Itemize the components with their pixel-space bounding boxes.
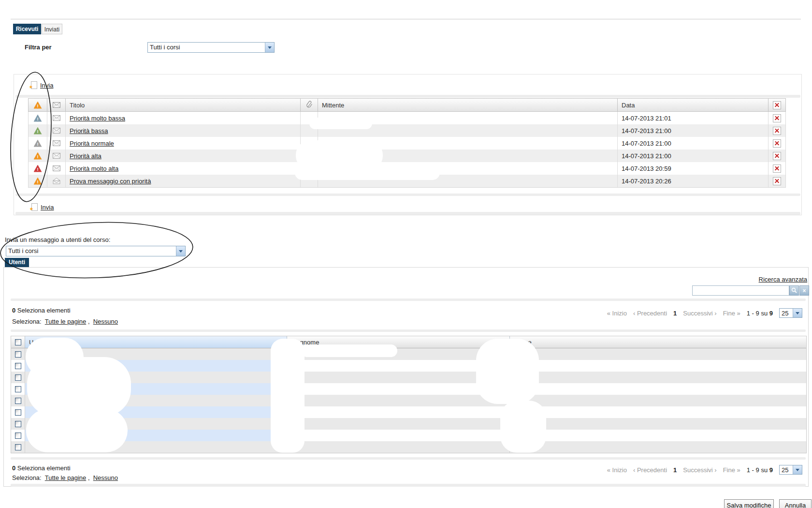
delete-message-button[interactable] (773, 164, 781, 173)
save-button[interactable]: Salva modifiche (724, 499, 774, 508)
column-header-priority: ! (29, 99, 47, 111)
separator (15, 212, 800, 215)
priority-icon: ! (34, 102, 42, 109)
priority-normal-icon: ! (34, 140, 42, 147)
select-all-pages-link[interactable]: Tutte le pagine (45, 474, 87, 481)
priority-very-high-icon: ! (34, 165, 42, 172)
compose-course-select[interactable]: Tutti i corsi (6, 246, 186, 256)
selection-links: Seleziona: Tutte le pagine , Nessuno (12, 474, 118, 481)
delete-message-button[interactable] (773, 152, 781, 160)
chevron-down-icon[interactable] (793, 309, 802, 317)
pagination-next[interactable]: Successivi › (683, 466, 716, 474)
top-divider (11, 19, 801, 19)
priority-low-icon: ! (34, 127, 42, 134)
row-checkbox[interactable] (15, 351, 21, 358)
row-checkbox[interactable] (15, 433, 21, 439)
message-date: 14-07-2013 20:59 (617, 162, 768, 175)
clear-search-button[interactable]: × (799, 285, 809, 296)
message-row: ! Priorità molto bassa 14-07-2013 21:01 (29, 112, 785, 124)
column-header-attachment (300, 99, 318, 111)
user-nome (509, 441, 806, 453)
envelope-closed-icon (53, 140, 60, 146)
column-header-delete (768, 99, 785, 111)
envelope-closed-icon (53, 153, 60, 159)
user-nome (509, 430, 806, 441)
redaction-blob (26, 409, 128, 452)
row-checkbox[interactable] (15, 444, 21, 450)
advanced-search-link[interactable]: Ricerca avanzata (715, 276, 807, 283)
pagination-first[interactable]: « Inizio (607, 310, 627, 317)
cancel-button[interactable]: Annulla (779, 499, 812, 508)
per-page-select[interactable]: 25 (779, 465, 802, 475)
user-cognome (287, 395, 509, 406)
pagination-range: 1 - 9 su 9 (747, 310, 773, 317)
message-date: 14-07-2013 21:01 (617, 112, 768, 124)
chevron-down-icon[interactable] (176, 246, 185, 256)
search-input[interactable] (692, 285, 789, 296)
priority-very-low-icon: ! (34, 115, 42, 122)
tab-ricevuti[interactable]: Ricevuti (13, 24, 41, 34)
pagination-prev[interactable]: ‹ Precedenti (633, 310, 667, 317)
priority-high-icon: ! (34, 178, 42, 185)
course-filter-select[interactable]: Tutti i corsi (147, 42, 275, 53)
delete-message-button[interactable] (773, 127, 781, 135)
redaction-blob (309, 118, 372, 129)
message-row: ! Priorità normale 14-07-2013 21:00 (29, 137, 785, 149)
send-message-link-bottom[interactable]: * Invia (31, 203, 54, 211)
per-page-select[interactable]: 25 (779, 308, 802, 318)
filter-label: Filtra per (25, 44, 52, 51)
row-checkbox[interactable] (15, 363, 21, 369)
new-message-icon: * (31, 81, 37, 89)
message-title-link[interactable]: Priorità alta (70, 152, 102, 160)
pagination-current-page: 1 (673, 466, 677, 474)
pagination-prev[interactable]: ‹ Precedenti (633, 466, 667, 474)
paperclip-icon (306, 101, 313, 109)
row-checkbox[interactable] (15, 374, 21, 381)
envelope-closed-icon (53, 115, 60, 121)
row-checkbox[interactable] (15, 409, 21, 416)
tab-inviati[interactable]: Inviati (42, 24, 62, 34)
column-header-nome[interactable]: Nome (509, 336, 806, 348)
envelope-open-icon (53, 178, 60, 184)
user-row (11, 430, 806, 441)
row-checkbox[interactable] (15, 386, 21, 392)
chevron-down-icon[interactable] (793, 465, 802, 474)
envelope-icon (53, 102, 60, 108)
user-nome (509, 418, 806, 430)
pagination-last[interactable]: Fine » (723, 466, 740, 474)
chevron-down-icon[interactable] (265, 43, 274, 52)
redaction-blob (301, 344, 397, 357)
select-none-link[interactable]: Nessuno (93, 318, 118, 325)
row-checkbox[interactable] (15, 421, 21, 427)
compose-course-value: Tutti i corsi (6, 246, 176, 256)
user-cognome (287, 441, 509, 453)
pagination-last[interactable]: Fine » (723, 310, 740, 317)
pagination-next[interactable]: Successivi › (683, 310, 716, 317)
message-title-link[interactable]: Priorità normale (70, 140, 114, 147)
redaction-blob (476, 339, 539, 404)
message-title-link[interactable]: Priorità molto alta (70, 165, 118, 172)
message-title-link[interactable]: Priorità molto bassa (70, 115, 125, 122)
select-none-link[interactable]: Nessuno (93, 474, 118, 481)
send-message-link-top[interactable]: * Invia (31, 81, 53, 89)
redaction-blob (500, 401, 546, 453)
select-all-checkbox-cell (11, 336, 25, 348)
compose-label: Invia un messaggio a utenti del corso: (5, 236, 110, 243)
user-cognome (287, 406, 509, 418)
user-nome (509, 383, 806, 395)
tab-utenti[interactable]: Utenti (5, 258, 29, 267)
delete-all-icon[interactable] (773, 101, 781, 109)
select-all-pages-link[interactable]: Tutte le pagine (45, 318, 87, 325)
delete-message-button[interactable] (773, 177, 781, 185)
pagination-first[interactable]: « Inizio (607, 466, 627, 474)
new-message-icon: * (31, 203, 38, 211)
delete-message-button[interactable] (773, 139, 781, 148)
delete-message-button[interactable] (773, 114, 781, 122)
row-checkbox[interactable] (15, 398, 21, 404)
message-title-link[interactable]: Prova messaggio con priorità (70, 178, 151, 185)
selection-links: Seleziona: Tutte le pagine , Nessuno (12, 318, 118, 325)
user-nome (509, 348, 806, 360)
search-button[interactable] (789, 285, 799, 296)
select-all-checkbox[interactable] (15, 339, 21, 345)
message-title-link[interactable]: Priorità bassa (70, 127, 108, 134)
